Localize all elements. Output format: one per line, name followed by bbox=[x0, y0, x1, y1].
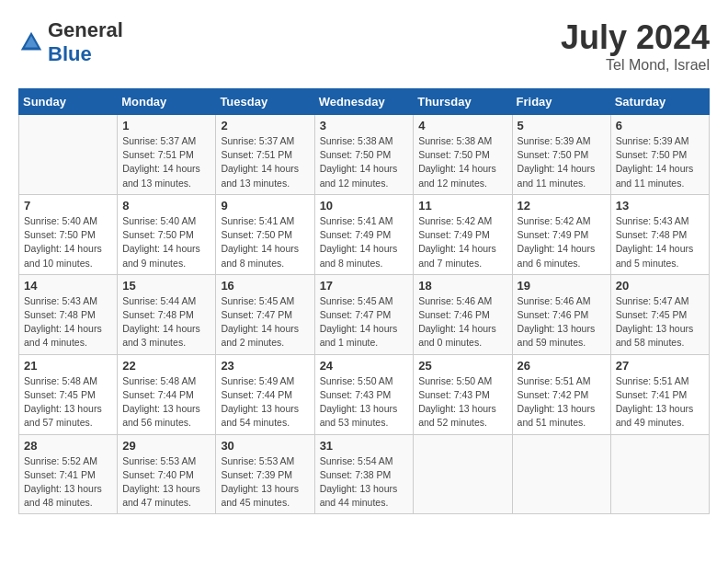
calendar-cell: 24Sunrise: 5:50 AMSunset: 7:43 PMDayligh… bbox=[314, 354, 414, 434]
calendar-cell: 22Sunrise: 5:48 AMSunset: 7:44 PMDayligh… bbox=[118, 354, 216, 434]
day-info: Sunrise: 5:38 AMSunset: 7:50 PMDaylight:… bbox=[320, 134, 409, 190]
day-info: Sunrise: 5:39 AMSunset: 7:50 PMDaylight:… bbox=[616, 134, 704, 190]
day-info: Sunrise: 5:46 AMSunset: 7:46 PMDaylight:… bbox=[518, 294, 606, 350]
calendar-cell: 4Sunrise: 5:38 AMSunset: 7:50 PMDaylight… bbox=[414, 115, 512, 195]
day-info: Sunrise: 5:50 AMSunset: 7:43 PMDaylight:… bbox=[320, 374, 409, 431]
day-info: Sunrise: 5:49 AMSunset: 7:44 PMDaylight:… bbox=[221, 374, 309, 431]
day-number: 2 bbox=[221, 119, 309, 132]
day-info: Sunrise: 5:37 AMSunset: 7:51 PMDaylight:… bbox=[221, 134, 309, 190]
calendar-cell: 30Sunrise: 5:53 AMSunset: 7:39 PMDayligh… bbox=[216, 434, 314, 514]
day-number: 24 bbox=[320, 359, 409, 373]
calendar-cell: 19Sunrise: 5:46 AMSunset: 7:46 PMDayligh… bbox=[512, 274, 610, 354]
day-info: Sunrise: 5:52 AMSunset: 7:41 PMDaylight:… bbox=[24, 454, 112, 511]
calendar-header-row: SundayMondayTuesdayWednesdayThursdayFrid… bbox=[19, 89, 710, 115]
calendar-cell: 21Sunrise: 5:48 AMSunset: 7:45 PMDayligh… bbox=[19, 354, 118, 434]
day-info: Sunrise: 5:38 AMSunset: 7:50 PMDaylight:… bbox=[418, 134, 506, 190]
calendar-cell: 3Sunrise: 5:38 AMSunset: 7:50 PMDaylight… bbox=[314, 115, 414, 195]
column-header-wednesday: Wednesday bbox=[314, 89, 414, 115]
calendar-cell: 26Sunrise: 5:51 AMSunset: 7:42 PMDayligh… bbox=[512, 354, 610, 434]
column-header-saturday: Saturday bbox=[610, 89, 709, 115]
day-number: 14 bbox=[24, 279, 112, 293]
day-number: 25 bbox=[418, 359, 506, 373]
day-number: 29 bbox=[122, 439, 210, 453]
calendar-title: July 2024 bbox=[561, 18, 710, 57]
day-number: 17 bbox=[320, 279, 409, 293]
day-number: 13 bbox=[616, 199, 704, 213]
column-header-tuesday: Tuesday bbox=[216, 89, 314, 115]
calendar-cell bbox=[414, 434, 512, 514]
calendar-location: Tel Mond, Israel bbox=[561, 57, 710, 74]
day-info: Sunrise: 5:39 AMSunset: 7:50 PMDaylight:… bbox=[518, 134, 606, 190]
day-info: Sunrise: 5:50 AMSunset: 7:43 PMDaylight:… bbox=[418, 374, 506, 431]
calendar-cell: 15Sunrise: 5:44 AMSunset: 7:48 PMDayligh… bbox=[118, 274, 216, 354]
day-info: Sunrise: 5:51 AMSunset: 7:42 PMDaylight:… bbox=[518, 374, 606, 431]
calendar-cell: 10Sunrise: 5:41 AMSunset: 7:49 PMDayligh… bbox=[314, 194, 414, 274]
day-info: Sunrise: 5:42 AMSunset: 7:49 PMDaylight:… bbox=[518, 214, 606, 270]
calendar-cell: 9Sunrise: 5:41 AMSunset: 7:50 PMDaylight… bbox=[216, 194, 314, 274]
day-info: Sunrise: 5:40 AMSunset: 7:50 PMDaylight:… bbox=[122, 214, 210, 270]
page-header: General Blue July 2024 Tel Mond, Israel bbox=[18, 18, 710, 74]
title-block: July 2024 Tel Mond, Israel bbox=[561, 18, 710, 74]
day-info: Sunrise: 5:42 AMSunset: 7:49 PMDaylight:… bbox=[418, 214, 506, 270]
day-number: 6 bbox=[616, 119, 704, 132]
day-info: Sunrise: 5:51 AMSunset: 7:41 PMDaylight:… bbox=[616, 374, 704, 431]
day-number: 15 bbox=[122, 279, 210, 293]
day-info: Sunrise: 5:41 AMSunset: 7:50 PMDaylight:… bbox=[221, 214, 309, 270]
day-number: 31 bbox=[320, 439, 409, 453]
calendar-cell: 5Sunrise: 5:39 AMSunset: 7:50 PMDaylight… bbox=[512, 115, 610, 195]
day-info: Sunrise: 5:40 AMSunset: 7:50 PMDaylight:… bbox=[24, 214, 112, 270]
logo-general-text: General bbox=[48, 18, 123, 41]
day-info: Sunrise: 5:48 AMSunset: 7:44 PMDaylight:… bbox=[122, 374, 210, 431]
day-number: 30 bbox=[221, 439, 309, 453]
day-number: 20 bbox=[616, 279, 704, 293]
day-info: Sunrise: 5:46 AMSunset: 7:46 PMDaylight:… bbox=[418, 294, 506, 350]
calendar-cell bbox=[19, 115, 118, 195]
day-number: 10 bbox=[320, 199, 409, 213]
day-info: Sunrise: 5:53 AMSunset: 7:39 PMDaylight:… bbox=[221, 454, 309, 511]
calendar-week-row: 1Sunrise: 5:37 AMSunset: 7:51 PMDaylight… bbox=[19, 115, 710, 195]
day-number: 12 bbox=[518, 199, 606, 213]
day-number: 1 bbox=[122, 119, 210, 132]
calendar-cell: 2Sunrise: 5:37 AMSunset: 7:51 PMDaylight… bbox=[216, 115, 314, 195]
logo: General Blue bbox=[18, 18, 123, 66]
day-number: 21 bbox=[24, 359, 112, 373]
day-info: Sunrise: 5:48 AMSunset: 7:45 PMDaylight:… bbox=[24, 374, 112, 431]
calendar-cell: 12Sunrise: 5:42 AMSunset: 7:49 PMDayligh… bbox=[512, 194, 610, 274]
calendar-cell: 7Sunrise: 5:40 AMSunset: 7:50 PMDaylight… bbox=[19, 194, 118, 274]
day-info: Sunrise: 5:45 AMSunset: 7:47 PMDaylight:… bbox=[221, 294, 309, 350]
calendar-cell: 20Sunrise: 5:47 AMSunset: 7:45 PMDayligh… bbox=[610, 274, 709, 354]
calendar-cell: 1Sunrise: 5:37 AMSunset: 7:51 PMDaylight… bbox=[118, 115, 216, 195]
calendar-week-row: 28Sunrise: 5:52 AMSunset: 7:41 PMDayligh… bbox=[19, 434, 710, 514]
calendar-week-row: 7Sunrise: 5:40 AMSunset: 7:50 PMDaylight… bbox=[19, 194, 710, 274]
day-number: 18 bbox=[418, 279, 506, 293]
day-number: 27 bbox=[616, 359, 704, 373]
day-number: 9 bbox=[221, 199, 309, 213]
calendar-week-row: 21Sunrise: 5:48 AMSunset: 7:45 PMDayligh… bbox=[19, 354, 710, 434]
day-number: 23 bbox=[221, 359, 309, 373]
calendar-cell: 6Sunrise: 5:39 AMSunset: 7:50 PMDaylight… bbox=[610, 115, 709, 195]
column-header-monday: Monday bbox=[118, 89, 216, 115]
day-info: Sunrise: 5:47 AMSunset: 7:45 PMDaylight:… bbox=[616, 294, 704, 350]
logo-blue-text: Blue bbox=[48, 42, 92, 65]
calendar-cell: 18Sunrise: 5:46 AMSunset: 7:46 PMDayligh… bbox=[414, 274, 512, 354]
column-header-sunday: Sunday bbox=[19, 89, 118, 115]
calendar-cell: 25Sunrise: 5:50 AMSunset: 7:43 PMDayligh… bbox=[414, 354, 512, 434]
calendar-week-row: 14Sunrise: 5:43 AMSunset: 7:48 PMDayligh… bbox=[19, 274, 710, 354]
calendar-cell bbox=[512, 434, 610, 514]
day-info: Sunrise: 5:44 AMSunset: 7:48 PMDaylight:… bbox=[122, 294, 210, 350]
day-number: 7 bbox=[24, 199, 112, 213]
day-number: 11 bbox=[418, 199, 506, 213]
day-info: Sunrise: 5:54 AMSunset: 7:38 PMDaylight:… bbox=[320, 454, 409, 511]
calendar-cell: 8Sunrise: 5:40 AMSunset: 7:50 PMDaylight… bbox=[118, 194, 216, 274]
column-header-friday: Friday bbox=[512, 89, 610, 115]
calendar-cell: 23Sunrise: 5:49 AMSunset: 7:44 PMDayligh… bbox=[216, 354, 314, 434]
day-number: 28 bbox=[24, 439, 112, 453]
calendar-cell: 29Sunrise: 5:53 AMSunset: 7:40 PMDayligh… bbox=[118, 434, 216, 514]
calendar-cell: 27Sunrise: 5:51 AMSunset: 7:41 PMDayligh… bbox=[610, 354, 709, 434]
calendar-cell bbox=[610, 434, 709, 514]
day-number: 16 bbox=[221, 279, 309, 293]
day-number: 22 bbox=[122, 359, 210, 373]
calendar-cell: 14Sunrise: 5:43 AMSunset: 7:48 PMDayligh… bbox=[19, 274, 118, 354]
day-number: 3 bbox=[320, 119, 409, 132]
day-info: Sunrise: 5:43 AMSunset: 7:48 PMDaylight:… bbox=[616, 214, 704, 270]
